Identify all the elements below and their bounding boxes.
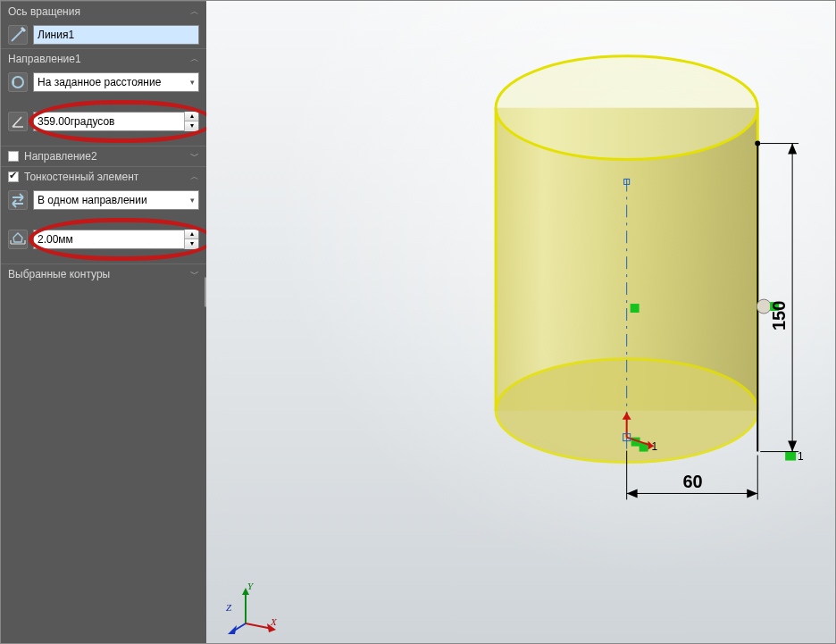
section-dir2-header[interactable]: Направление2 ﹀ <box>1 146 206 166</box>
svg-point-4 <box>496 56 757 160</box>
triad-x: X <box>271 616 277 627</box>
section-contours-title: Выбранные контуры <box>8 268 110 280</box>
dir1-type-value: На заданное расстояние <box>38 76 161 88</box>
thickness-icon <box>8 230 28 249</box>
property-panel: Ось вращения ︿ Линия1 Направление1 ︿ <box>1 1 206 643</box>
thin-mode-select[interactable]: В одном направлении ▾ <box>33 190 199 210</box>
thin-reverse-icon[interactable] <box>8 190 28 210</box>
dim-height: 150 <box>760 144 798 452</box>
scene[interactable]: 1 1 <box>206 1 835 643</box>
svg-rect-22 <box>785 452 796 461</box>
svg-marker-32 <box>788 144 797 155</box>
triad-z: Z <box>226 602 231 613</box>
spin-down-icon[interactable]: ▾ <box>185 121 198 131</box>
chevron-down-icon: ▾ <box>190 78 195 87</box>
dim-height-value: 150 <box>769 301 789 330</box>
orientation-triad: Y X Z <box>226 584 280 634</box>
svg-marker-28 <box>747 489 757 498</box>
section-thin-title: Тонкостенный элемент <box>24 171 138 183</box>
axis-icon <box>8 25 28 45</box>
thin-checkbox[interactable] <box>8 171 19 182</box>
section-axis-title: Ось вращения <box>8 5 80 18</box>
svg-marker-39 <box>228 625 237 634</box>
svg-text:1: 1 <box>798 450 804 463</box>
dir1-type-select[interactable]: На заданное расстояние ▾ <box>33 72 199 92</box>
thin-thickness-spinner[interactable]: 2.00мм ▴ ▾ <box>33 230 199 249</box>
spin-up-icon[interactable]: ▴ <box>185 112 198 121</box>
section-thin-header[interactable]: Тонкостенный элемент ︿ <box>1 166 206 187</box>
section-contours-header[interactable]: Выбранные контуры ﹀ <box>1 263 206 284</box>
section-dir1-header[interactable]: Направление1 ︿ <box>1 48 206 69</box>
svg-line-0 <box>12 29 24 41</box>
chevron-down-icon: ▾ <box>190 196 195 205</box>
chevron-down-icon: ﹀ <box>190 268 199 280</box>
svg-marker-27 <box>627 489 638 498</box>
chevron-up-icon: ︿ <box>190 53 199 65</box>
chevron-down-icon: ﹀ <box>190 150 199 163</box>
svg-marker-33 <box>788 441 797 452</box>
dir2-checkbox[interactable] <box>8 151 19 162</box>
thin-thickness-value[interactable]: 2.00мм <box>34 233 184 246</box>
section-axis-header[interactable]: Ось вращения ︿ <box>1 1 206 21</box>
chevron-up-icon: ︿ <box>190 5 199 18</box>
dir1-angle-value[interactable]: 359.00градусов <box>34 115 184 128</box>
dim-width-value: 60 <box>682 472 702 491</box>
section-dir1-title: Направление1 <box>8 53 81 65</box>
thin-mode-value: В одном направлении <box>38 194 147 206</box>
triad-y: Y <box>247 581 253 591</box>
cylinder-preview: 1 1 <box>496 56 804 463</box>
spin-down-icon[interactable]: ▾ <box>185 239 198 249</box>
graphics-viewport[interactable]: 1 1 <box>206 1 835 643</box>
svg-point-8 <box>755 141 760 146</box>
axis-input[interactable]: Линия1 <box>33 25 199 45</box>
spin-up-icon[interactable]: ▴ <box>185 230 198 239</box>
chevron-up-icon: ︿ <box>190 171 199 183</box>
section-dir2-title: Направление2 <box>24 150 97 163</box>
angle-icon <box>8 112 28 131</box>
dir1-angle-spinner[interactable]: 359.00градусов ▴ ▾ <box>33 112 199 131</box>
svg-rect-11 <box>631 304 640 313</box>
reverse-icon[interactable] <box>8 72 28 92</box>
